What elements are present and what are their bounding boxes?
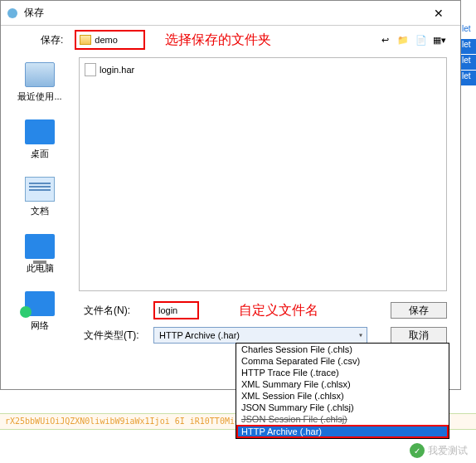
dropdown-option[interactable]: XML Session File (.chlsx) [236,390,449,402]
save-button[interactable]: 保存 [391,302,447,319]
file-icon [85,63,96,76]
watermark: ✓ 我爱测试 [410,443,468,458]
save-dialog: 保存 ✕ 保存: demo 选择保存的文件夹 ↩ 📁 📄 ▦▾ 最近使用... … [0,0,461,390]
folder-name: demo [95,35,118,45]
up-folder-icon[interactable]: 📁 [396,33,410,46]
sidebar-item-desktop[interactable]: 桌面 [25,119,55,160]
titlebar: 保存 ✕ [1,1,460,26]
file-entry[interactable]: login.har [85,63,441,76]
dropdown-option[interactable]: Comma Separated File (.csv) [236,355,449,367]
folder-icon [80,35,91,45]
background-tabs: let let let let [461,23,476,86]
save-in-label: 保存: [41,33,63,47]
dropdown-option[interactable]: Charles Session File (.chls) [236,344,449,355]
filetype-label: 文件类型(T): [84,329,153,343]
app-icon [6,7,19,20]
close-button[interactable]: ✕ [422,2,455,25]
desktop-icon [25,119,55,144]
dropdown-option[interactable]: XML Summary File (.chlsx) [236,378,449,390]
sidebar-item-documents[interactable]: 文档 [25,177,55,217]
dropdown-option[interactable]: HTTP Trace File (.trace) [236,367,449,378]
view-menu-icon[interactable]: ▦▾ [432,33,447,46]
save-location-row: 保存: demo 选择保存的文件夹 ↩ 📁 📄 ▦▾ [1,26,460,54]
annotation-folder: 选择保存的文件夹 [165,32,271,49]
annotation-filename: 自定义文件名 [239,302,318,319]
network-icon [25,291,55,316]
filename-label: 文件名(N): [84,304,153,318]
filename-input[interactable]: login [153,301,199,319]
new-folder-icon[interactable]: 📄 [414,33,429,46]
file-list[interactable]: login.har [79,57,447,291]
filetype-dropdown[interactable]: HTTP Archive (.har) [153,327,367,344]
dropdown-option[interactable]: JSON Summary File (.chlsj) [236,402,449,413]
back-icon[interactable]: ↩ [377,33,392,46]
pc-icon [25,234,55,259]
recent-icon [25,62,55,87]
cancel-button[interactable]: 取消 [391,327,447,344]
dialog-title: 保存 [24,6,422,20]
main-area: 最近使用... 桌面 文档 此电脑 网络 login.har [1,54,460,295]
wechat-icon: ✓ [410,443,425,458]
filename-row: 文件名(N): login 自定义文件名 保存 [84,300,447,321]
filetype-dropdown-list[interactable]: Charles Session File (.chls) Comma Separ… [236,343,449,439]
dropdown-option[interactable]: JSON Session File (.chlsj) [236,413,449,425]
svg-point-0 [7,8,17,18]
dropdown-option-selected[interactable]: HTTP Archive (.har) [236,425,449,438]
sidebar-item-this-pc[interactable]: 此电脑 [25,234,55,275]
sidebar-item-network[interactable]: 网络 [25,291,55,332]
nav-icon-group: ↩ 📁 📄 ▦▾ [377,33,447,46]
documents-icon [25,177,55,202]
sidebar-item-recent[interactable]: 最近使用... [17,62,61,103]
places-sidebar: 最近使用... 桌面 文档 此电脑 网络 [1,54,79,295]
folder-dropdown[interactable]: demo [75,30,145,50]
